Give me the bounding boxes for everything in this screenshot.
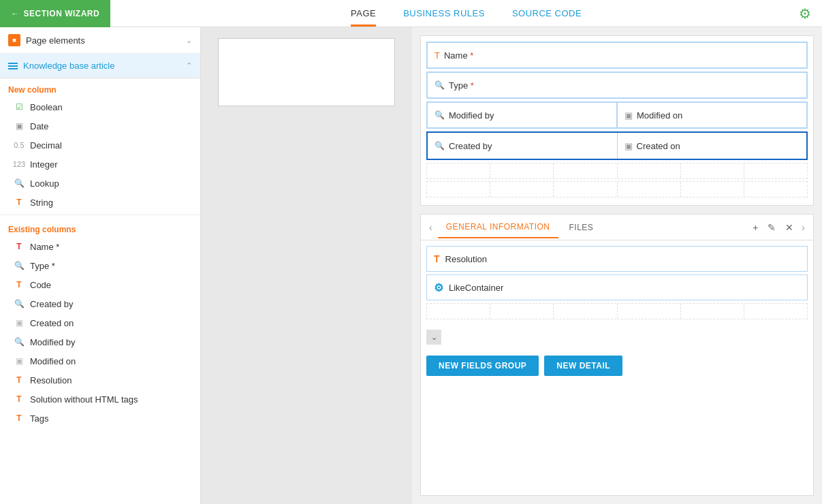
- lookup-label: Lookup: [30, 178, 59, 189]
- new-detail-button[interactable]: NEW DETAIL: [544, 356, 622, 376]
- dotted-row-1: [426, 163, 808, 179]
- page-elements-label: Page elements: [26, 35, 85, 46]
- hamburger-icon: [8, 63, 18, 69]
- chevron-up-icon: ⌃: [186, 61, 192, 70]
- b-dotted-cell-1: [427, 304, 490, 319]
- edit-tab-button[interactable]: ✎: [765, 221, 778, 234]
- chevron-down-icon: ⌄: [431, 333, 437, 342]
- sidebar-item-modified-by[interactable]: 🔍 Modified by: [0, 332, 200, 351]
- resolution-field-label: Resolution: [445, 254, 487, 264]
- tab-next-button[interactable]: ›: [799, 221, 808, 234]
- b-dotted-cell-3: [554, 304, 617, 319]
- type-field-row: 🔍 Type *: [426, 72, 808, 99]
- type-field-icon: 🔍: [434, 80, 445, 90]
- dotted-cell-6: [744, 163, 807, 178]
- integer-label: Integer: [30, 159, 57, 170]
- dotted-cell-3: [554, 163, 617, 178]
- sidebar-item-resolution[interactable]: T Resolution: [0, 371, 200, 390]
- modified-on-cell[interactable]: ▣ Modified on: [617, 102, 807, 128]
- solution-html-label: Solution without HTML tags: [30, 394, 138, 405]
- created-by-field-icon: 🔍: [434, 141, 445, 151]
- page-elements-section[interactable]: ■ Page elements ⌄: [0, 27, 200, 54]
- created-on-field-icon: ▣: [625, 141, 633, 151]
- modified-on-icon: ▣: [14, 356, 25, 366]
- dotted-cell-12: [744, 182, 807, 197]
- boolean-icon: ☑: [14, 101, 25, 112]
- name-field-label: Name *: [444, 50, 473, 61]
- tab-actions: + ✎ ✕: [750, 221, 796, 234]
- sidebar-item-created-by[interactable]: 🔍 Created by: [0, 294, 200, 313]
- arrow-left-icon: ←: [11, 9, 20, 18]
- created-by-label: Created by: [30, 299, 74, 309]
- top-navigation: ← SECTION WIZARD PAGE BUSINESS RULES SOU…: [0, 0, 822, 27]
- created-on-label: Created on: [30, 318, 74, 328]
- sidebar-item-name[interactable]: T Name *: [0, 237, 200, 256]
- sidebar-item-solution-html[interactable]: T Solution without HTML tags: [0, 390, 200, 409]
- tags-label: Tags: [30, 413, 48, 424]
- created-by-icon: 🔍: [14, 298, 25, 309]
- section-wizard-button[interactable]: ← SECTION WIZARD: [0, 0, 110, 27]
- resolution-field-icon: T: [434, 253, 440, 264]
- dotted-cell-1: [427, 163, 490, 178]
- resolution-field-row[interactable]: T Resolution: [426, 246, 808, 272]
- sidebar-item-lookup[interactable]: 🔍 Lookup: [0, 174, 200, 193]
- name-field-row: T Name *: [426, 42, 808, 69]
- dotted-row-2: [426, 181, 808, 198]
- bottom-dotted-row-1: [426, 303, 808, 319]
- name-existing-label: Name *: [30, 242, 59, 252]
- dotted-cell-5: [681, 163, 744, 178]
- tab-general-info[interactable]: GENERAL INFORMATION: [438, 217, 558, 238]
- chevron-down-icon: ⌄: [186, 36, 192, 45]
- sidebar-item-created-on[interactable]: ▣ Created on: [0, 313, 200, 332]
- likecontainer-field-row[interactable]: ⚙ LikeContainer: [426, 274, 808, 300]
- settings-icon[interactable]: ⚙: [799, 5, 811, 22]
- tab-source-code[interactable]: SOURCE CODE: [512, 0, 582, 27]
- modified-by-label: Modified by: [30, 337, 75, 347]
- sidebar-item-code[interactable]: T Code: [0, 275, 200, 294]
- sidebar-item-string[interactable]: T String: [0, 193, 200, 212]
- modified-by-cell[interactable]: 🔍 Modified by: [427, 102, 617, 128]
- type-icon: 🔍: [14, 260, 25, 271]
- sidebar-item-integer[interactable]: 123 Integer: [0, 155, 200, 174]
- name-field-cell[interactable]: T Name *: [427, 42, 807, 68]
- bottom-section: ‹ GENERAL INFORMATION FILES + ✎ ✕ › T: [420, 214, 814, 496]
- name-icon: T: [14, 241, 25, 252]
- sidebar-item-boolean[interactable]: ☑ Boolean: [0, 97, 200, 116]
- string-label: String: [30, 198, 53, 208]
- modified-field-row: 🔍 Modified by ▣ Modified on: [426, 101, 808, 129]
- dotted-cell-2: [490, 163, 554, 178]
- close-tab-button[interactable]: ✕: [783, 221, 796, 234]
- created-on-field-label: Created on: [637, 141, 680, 151]
- dotted-cell-10: [618, 182, 681, 197]
- kb-article-row[interactable]: Knowledge base article ⌃: [0, 54, 200, 78]
- created-by-cell[interactable]: 🔍 Created by: [428, 133, 617, 159]
- sidebar-item-date[interactable]: ▣ Date: [0, 116, 200, 136]
- tags-icon: T: [14, 413, 25, 424]
- tab-page[interactable]: PAGE: [351, 0, 376, 27]
- date-label: Date: [30, 121, 48, 131]
- add-tab-button[interactable]: +: [750, 221, 761, 234]
- tab-business-rules[interactable]: BUSINESS RULES: [403, 0, 485, 27]
- type-field-cell[interactable]: 🔍 Type *: [427, 72, 807, 98]
- created-on-cell[interactable]: ▣ Created on: [617, 133, 807, 159]
- sidebar-item-tags[interactable]: T Tags: [0, 409, 200, 428]
- sidebar-item-decimal[interactable]: 0.5 Decimal: [0, 136, 200, 155]
- likecontainer-field-icon: ⚙: [434, 281, 443, 294]
- dotted-cell-7: [427, 182, 490, 197]
- new-fields-group-button[interactable]: NEW FIELDS GROUP: [426, 356, 539, 376]
- sidebar-item-type[interactable]: 🔍 Type *: [0, 256, 200, 275]
- resolution-icon: T: [14, 375, 25, 385]
- kb-article-left: Knowledge base article: [8, 61, 114, 71]
- lookup-icon: 🔍: [14, 178, 25, 189]
- expand-button[interactable]: ⌄: [426, 330, 441, 345]
- canvas-box: [218, 38, 395, 106]
- tab-prev-button[interactable]: ‹: [426, 221, 435, 234]
- date-icon: ▣: [14, 121, 25, 131]
- b-dotted-cell-4: [618, 304, 681, 319]
- tab-content: T Resolution ⚙ LikeContainer: [421, 240, 813, 327]
- sidebar-item-modified-on[interactable]: ▣ Modified on: [0, 351, 200, 371]
- canvas-area: [201, 27, 412, 504]
- tab-files[interactable]: FILES: [561, 217, 602, 238]
- string-icon: T: [14, 197, 25, 208]
- dotted-cell-9: [554, 182, 617, 197]
